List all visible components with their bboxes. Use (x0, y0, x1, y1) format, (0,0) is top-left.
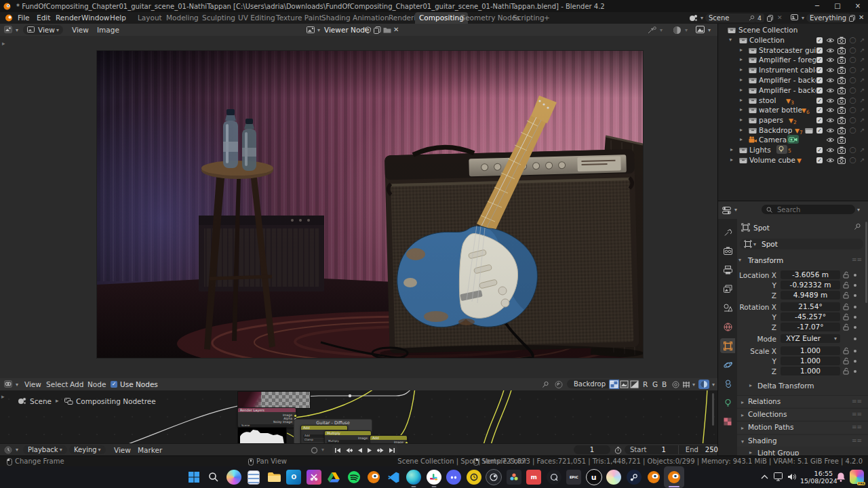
unlink-scene-icon[interactable]: ✕ (777, 14, 783, 21)
image-menu-view[interactable]: View (72, 25, 89, 35)
expand-icon[interactable]: ▸ (740, 136, 743, 142)
holdout-icon[interactable]: ◯ (848, 127, 857, 134)
auto-key-caret[interactable]: ▾ (321, 447, 324, 453)
lock-icon[interactable] (843, 281, 850, 289)
lock-icon[interactable] (843, 357, 850, 365)
light-group-expand-icon[interactable]: ▸ (749, 449, 752, 455)
expand-icon[interactable]: ▸ (740, 127, 743, 133)
taskbar-blender-2-icon[interactable] (644, 466, 665, 488)
editor-type-caret[interactable]: ▾ (16, 27, 18, 33)
render-camera-icon[interactable] (837, 66, 846, 74)
mix-add-node-2[interactable]: Add Image (370, 435, 408, 443)
scale-z-field[interactable]: 1.000 (781, 367, 840, 375)
outliner-label[interactable]: Volume cube (749, 156, 795, 164)
taskbar-steam-icon[interactable] (624, 466, 644, 488)
animate-dot[interactable] (854, 294, 856, 297)
image-display-caret[interactable]: ▾ (708, 27, 711, 33)
transform-panel-title[interactable]: Transform (748, 256, 783, 264)
animate-dot[interactable] (854, 316, 856, 319)
animate-dot[interactable] (854, 338, 856, 340)
taskbar-spotify-icon[interactable] (344, 466, 364, 488)
indirect-only-icon[interactable]: ↗ (858, 47, 867, 54)
hide-eye-icon[interactable] (826, 157, 835, 164)
exclude-checkbox[interactable]: ✓ (816, 47, 823, 54)
indirect-only-icon[interactable]: ↗ (858, 66, 867, 74)
holdout-icon[interactable]: ◯ (848, 146, 857, 154)
fake-user-shield-icon[interactable] (364, 26, 372, 34)
expand-icon[interactable]: ▸ (740, 117, 743, 123)
play-button[interactable] (367, 447, 373, 453)
render-camera-icon[interactable] (837, 87, 846, 94)
exclude-checkbox[interactable]: ✓ (816, 57, 823, 63)
mix-add-title[interactable]: Add (301, 426, 347, 430)
menu-edit[interactable]: Edit (34, 12, 53, 24)
jump-to-start-button[interactable] (334, 447, 341, 453)
tray-notification-bell-icon[interactable] (836, 472, 846, 482)
lock-icon[interactable] (843, 347, 850, 355)
view-layer-caret[interactable]: ▾ (802, 15, 804, 21)
hide-eye-icon[interactable] (826, 136, 835, 144)
outliner-row-collection[interactable]: ▾ Collection ✓ ◯ ↗ (718, 35, 868, 45)
current-frame-field[interactable]: 1 (574, 445, 610, 454)
pivot-icon[interactable] (648, 26, 657, 34)
tab-output[interactable] (720, 262, 735, 277)
outliner-row-lights[interactable]: ▸ Lights 5 ✓ ◯ ↗ (718, 145, 868, 155)
properties-search-input[interactable] (776, 205, 838, 214)
taskbar-google-drive-icon[interactable] (324, 466, 344, 488)
go-parent-tree-icon[interactable] (555, 381, 563, 388)
exclude-checkbox[interactable]: ✓ (816, 37, 823, 43)
taskbar-edge-icon[interactable] (404, 466, 425, 488)
use-nodes-label[interactable]: Use Nodes (120, 380, 158, 389)
lock-icon[interactable] (843, 323, 850, 331)
object-id-field[interactable]: ▾ Spot (740, 239, 863, 249)
object-id-caret[interactable]: ▾ (753, 241, 756, 247)
mix-multiply-node[interactable]: Multiply Image Multiply (324, 430, 372, 443)
compositor-editor-caret[interactable]: ▾ (16, 382, 18, 388)
snap-grid-icon[interactable] (682, 381, 690, 388)
indirect-only-icon[interactable]: ↗ (858, 77, 867, 84)
taskbar-slack-icon[interactable] (424, 466, 444, 488)
exclude-checkbox[interactable]: ✓ (816, 87, 823, 94)
taskbar-blender-active-icon[interactable] (664, 466, 684, 488)
copy-scene-icon[interactable] (767, 15, 774, 22)
properties-editor-caret[interactable]: ▾ (734, 207, 737, 213)
exclude-checkbox[interactable]: ✓ (816, 127, 823, 134)
workspace-tab-modeling[interactable]: Modeling (162, 12, 203, 24)
minimize-button[interactable]: ─ (807, 0, 827, 12)
tab-object[interactable] (720, 338, 735, 353)
render-camera-icon[interactable] (837, 146, 846, 154)
hide-eye-icon[interactable] (826, 47, 835, 54)
expand-icon[interactable]: ▸ (740, 87, 743, 93)
outliner-row-stratocaster-guitar[interactable]: ▸ Stratocaster guitar ✓ ◯ ↗ (718, 45, 868, 56)
taskbar-epic-games-icon[interactable]: EPIC (564, 466, 585, 488)
expand-icon[interactable]: ▸ (740, 66, 743, 73)
hide-eye-icon[interactable] (826, 87, 835, 94)
indirect-only-icon[interactable]: ↗ (858, 87, 867, 94)
exclude-checkbox[interactable]: ✓ (816, 67, 823, 73)
unlink-image-icon[interactable]: ✕ (393, 26, 399, 33)
prev-keyframe-button[interactable] (345, 447, 353, 453)
tab-scene[interactable] (720, 300, 735, 315)
lock-icon[interactable] (843, 271, 850, 279)
outliner-label[interactable]: Amplifier - foreground (759, 56, 816, 64)
indirect-only-icon[interactable]: ↗ (858, 37, 867, 44)
outliner-label[interactable]: Amplifier - background (759, 86, 816, 94)
breadcrumb-object-name[interactable]: Spot (753, 224, 770, 232)
taskbar-copilot-icon[interactable] (224, 466, 244, 488)
remove-view-layer-icon[interactable]: ✕ (859, 14, 864, 21)
close-button[interactable]: × (848, 0, 868, 12)
render-camera-icon[interactable] (837, 127, 846, 134)
indirect-only-icon[interactable]: ↗ (858, 106, 867, 114)
compositor-editor-icon[interactable] (4, 380, 14, 388)
outliner-row-instrument-cable[interactable]: ▸ Instrument cable ✓ ◯ ↗ (718, 65, 868, 75)
expand-icon[interactable]: ▸ (730, 146, 733, 152)
outliner-label[interactable]: Lights (749, 146, 771, 154)
properties-search[interactable] (762, 205, 855, 214)
rot-y-field[interactable]: -45.257° (781, 312, 840, 321)
node-menu-view[interactable]: View (24, 380, 41, 389)
transform-collapse-icon[interactable]: ▾ (738, 257, 741, 263)
outliner-row-volume-cube[interactable]: ▸ Volume cube ▼ ✓ ◯ ↗ (718, 155, 868, 165)
exclude-checkbox[interactable]: ✓ (816, 77, 823, 83)
tab-world[interactable] (720, 319, 735, 334)
taskbar-quixel-icon[interactable] (544, 466, 564, 488)
